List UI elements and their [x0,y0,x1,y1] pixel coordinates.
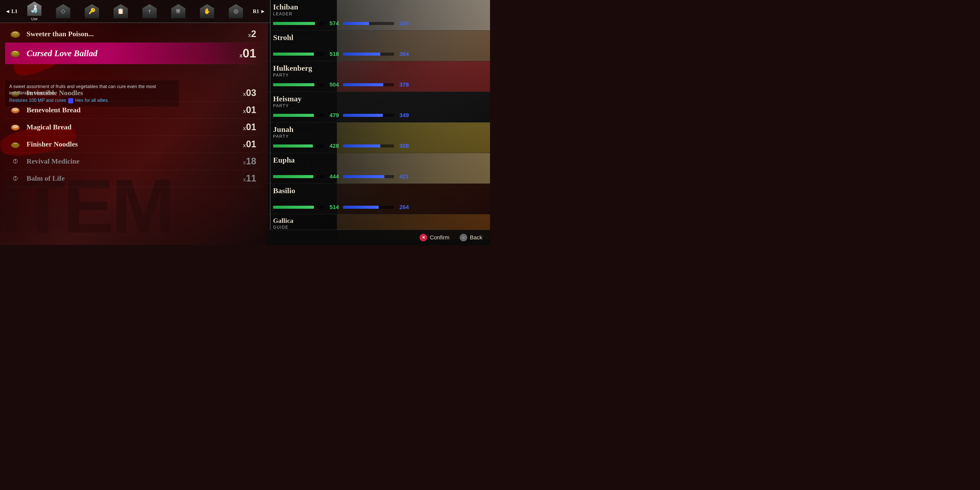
hp-val-hulkenberg: 504 [326,81,339,88]
tab-ring[interactable]: ◎ [229,4,243,18]
hp-bar-ichiban [273,22,324,25]
item-name-bread1: Benevolent Bread [27,106,238,114]
x-button-icon: ✕ [420,234,427,242]
item-count-noodles2: x01 [243,139,256,150]
item-count-bread1: x01 [243,105,256,115]
hp-val-eupha: 444 [326,173,339,180]
tab-bar: ◄ L1 🍶 Use ◇ 🔑 📋 † [0,0,270,23]
mp-val-ichiban: 204 [396,20,409,27]
mp-group-eupha: 421 [343,173,409,180]
back-label: Back [470,234,482,241]
char-info-ichiban: Ichiban Leader [273,3,298,16]
mp-group-basilio: 264 [343,204,409,210]
confirm-bar: ✕ Confirm ○ Back [268,230,490,245]
char-name-strohl: Strohl [273,33,293,42]
back-button[interactable]: ○ Back [460,234,482,242]
mp-fill-junah [343,145,380,148]
mp-group-heismay: 349 [343,112,409,119]
hp-val-basilio: 514 [326,204,339,210]
effect-mp-text: Restores 100 MP and cures [9,98,67,103]
item-row-sweeter-than-poison[interactable]: Sweeter than Poison... x2 [5,25,260,43]
item-row-magical-bread[interactable]: Magical Bread x01 [5,119,260,136]
character-panel: Ichiban Leader 574 204 Strohl [268,0,490,245]
hp-bar-junah [273,145,324,148]
char-row-heismay: Heismay Party 479 349 [268,92,490,123]
mp-bar-junah [343,145,394,148]
item-row-balm-of-life[interactable]: Balm of Life x11 [5,170,260,187]
char-info-gallica: Gallica Guide [273,217,293,230]
char-bars-basilio: 514 264 [273,204,409,210]
tab-nav-left[interactable]: ◄ L1 [3,7,20,16]
mp-fill-heismay [343,114,383,117]
char-row-strohl: Strohl 518 364 [268,30,490,61]
item-count-medicine1: x18 [243,156,256,167]
item-count-bread2: x01 [243,122,256,132]
mp-fill-ichiban [343,22,369,25]
tab-shield[interactable]: ⛨ [171,4,186,18]
tab-use-icon: 🍶 [27,2,41,16]
item-name-cursed: Cursed Love Ballad [27,48,234,58]
svg-point-8 [12,125,18,128]
char-info-junah: Junah Party [273,125,293,139]
hp-group-basilio: 514 [273,204,339,210]
char-info-basilio: Basilio [273,186,295,195]
tab-notes[interactable]: 📋 [114,4,128,18]
char-row-eupha: Eupha 444 421 [268,153,490,184]
char-info-eupha: Eupha [273,156,295,164]
tab-items: 🍶 Use ◇ 🔑 📋 † ⛨ [20,2,250,21]
tab-armor[interactable]: ◇ [56,4,70,18]
tab-hand[interactable]: ✋ [200,4,214,18]
tab-nav-right[interactable]: R1 ► [250,7,268,16]
item-count-cursed: x01 [239,46,256,60]
hp-bar-hulkenberg [273,83,324,86]
char-row-junah: Junah Party 428 308 [268,123,490,153]
char-bars-strohl: 518 364 [273,51,409,57]
hp-bar-heismay [273,114,324,117]
tab-shield-icon: ⛨ [171,4,186,18]
o-button-icon: ○ [460,234,467,242]
tab-weapon[interactable]: † [142,4,157,18]
item-count-noodles: x03 [243,88,256,98]
item-row-cursed-love-ballad[interactable]: Cursed Love Ballad x01 [5,43,260,64]
char-bars-eupha: 444 421 [273,173,409,180]
hp-group-hulkenberg: 504 [273,81,339,88]
hp-group-eupha: 444 [273,173,339,180]
mp-val-basilio: 264 [396,204,409,210]
item-name-bread2: Magical Bread [27,123,238,131]
hp-fill-basilio [273,206,314,209]
item-name-noodles2: Finisher Noodles [27,140,238,148]
mp-bar-heismay [343,114,394,117]
char-name-basilio: Basilio [273,186,295,195]
item-name-medicine1: Revival Medicine [27,157,238,165]
mp-fill-hulkenberg [343,83,383,86]
hp-val-strohl: 518 [326,51,339,57]
char-info-heismay: Heismay Party [273,94,302,108]
item-name-sweeter: Sweeter than Poison... [27,30,243,38]
mp-group-ichiban: 204 [343,20,409,27]
item-row-finisher-noodles[interactable]: Finisher Noodles x01 [5,136,260,153]
char-bars-junah: 428 308 [273,143,409,149]
tab-hand-icon: ✋ [200,4,214,18]
tab-key[interactable]: 🔑 [85,4,99,18]
desc-effect-text: Restores 100 MP and cures Hex for all al… [9,98,175,103]
item-icon-sweeter [9,29,21,39]
hp-fill-strohl [273,52,314,56]
char-info-hulkenberg: Hulkenberg Party [273,64,312,78]
confirm-button[interactable]: ✕ Confirm [420,234,449,242]
mp-fill-strohl [343,52,380,56]
hp-group-heismay: 479 [273,112,339,119]
hp-group-ichiban: 574 [273,20,339,27]
tab-notes-icon: 📋 [114,4,128,18]
confirm-label: Confirm [430,234,449,241]
hp-group-strohl: 518 [273,51,339,57]
mp-val-eupha: 421 [396,173,409,180]
item-description: A sweet assortment of fruits and vegetab… [5,80,179,107]
char-name-ichiban: Ichiban [273,3,298,11]
tab-weapon-icon: † [142,4,157,18]
tab-use-label: Use [31,17,38,21]
item-row-revival-medicine[interactable]: Revival Medicine x18 [5,153,260,170]
hp-bar-basilio [273,206,324,209]
item-list: Sweeter than Poison... x2 Cursed Love Ba… [0,23,266,189]
tab-use[interactable]: 🍶 Use [27,2,41,21]
item-icon-noodles2 [9,139,21,149]
